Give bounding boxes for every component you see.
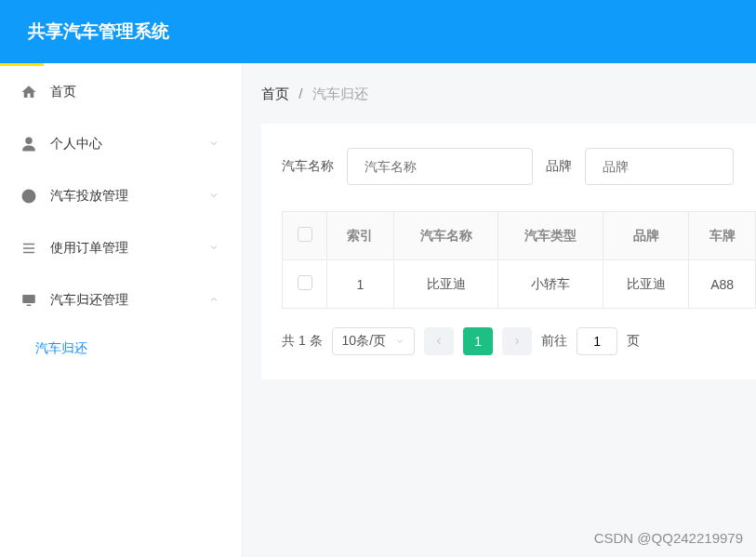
chevron-left-icon: [433, 336, 444, 347]
checkbox-row[interactable]: [298, 275, 312, 290]
pager-size-label: 10条/页: [342, 333, 386, 350]
search-name-input[interactable]: [365, 159, 527, 174]
chevron-down-icon: [208, 241, 219, 256]
header-type: 汽车类型: [498, 212, 603, 260]
search-row: 汽车名称 品牌: [282, 148, 756, 185]
breadcrumb-current: 汽车归还: [312, 86, 368, 101]
sidebar-item-profile[interactable]: 个人中心: [0, 118, 242, 170]
chevron-right-icon: [511, 336, 523, 347]
sidebar-item-label: 使用订单管理: [50, 240, 128, 257]
sidebar-subitem-return[interactable]: 汽车归还: [0, 326, 242, 371]
cell-brand: 比亚迪: [603, 260, 689, 309]
table-header-row: 索引 汽车名称 汽车类型 品牌 车牌: [283, 212, 756, 260]
sidebar-item-label: 汽车投放管理: [50, 188, 128, 205]
header-plate: 车牌: [689, 212, 756, 260]
app-title: 共享汽车管理系统: [28, 20, 169, 44]
user-icon: [20, 136, 37, 153]
breadcrumb-home[interactable]: 首页: [261, 86, 289, 101]
sidebar-subitem-label: 汽车归还: [35, 340, 87, 357]
list-icon: [20, 240, 37, 257]
pager-prev[interactable]: [424, 327, 454, 355]
content: 首页 / 汽车归还 汽车名称 品牌: [243, 63, 756, 557]
pager-page-1[interactable]: 1: [463, 327, 493, 355]
home-icon: [20, 84, 37, 100]
breadcrumb-sep: /: [298, 86, 302, 101]
table-row: 1 比亚迪 小轿车 比亚迪 A88: [283, 260, 756, 309]
pager-total: 共 1 条: [282, 333, 323, 350]
header: 共享汽车管理系统: [0, 0, 756, 63]
checkbox-all[interactable]: [298, 227, 312, 242]
sidebar-item-orders[interactable]: 使用订单管理: [0, 222, 242, 274]
cell-type: 小轿车: [498, 260, 603, 309]
panel: 汽车名称 品牌 索引 汽车名称 汽车类型: [261, 124, 756, 379]
sidebar-item-home[interactable]: 首页: [0, 66, 242, 118]
svg-rect-6: [27, 305, 32, 307]
pager-size-select[interactable]: 10条/页: [332, 327, 415, 355]
header-checkbox-cell: [283, 212, 327, 260]
header-name: 汽车名称: [393, 212, 498, 260]
svg-rect-5: [22, 295, 35, 303]
pager-goto-input[interactable]: [577, 327, 617, 355]
monitor-icon: [20, 292, 37, 309]
sidebar-item-label: 个人中心: [50, 136, 102, 153]
sidebar-item-label: 首页: [50, 84, 76, 100]
cell-index: 1: [327, 260, 394, 309]
cell-plate: A88: [689, 260, 756, 309]
search-name-wrap[interactable]: [347, 148, 533, 185]
row-checkbox-cell: [283, 260, 327, 309]
main: 首页 个人中心 汽车投放管理 使用订单管理 汽车归还管理 汽车归还 首页: [0, 63, 756, 557]
search-brand-wrap[interactable]: [585, 148, 734, 185]
header-brand: 品牌: [603, 212, 689, 260]
sidebar-item-return[interactable]: 汽车归还管理: [0, 274, 242, 326]
chevron-down-icon: [395, 337, 405, 346]
watermark: CSDN @QQ242219979: [594, 530, 743, 546]
breadcrumb: 首页 / 汽车归还: [243, 63, 756, 124]
chevron-up-icon: [208, 293, 219, 308]
pager-goto-post: 页: [627, 333, 640, 350]
search-name-label: 汽车名称: [282, 158, 334, 175]
cell-name: 比亚迪: [393, 260, 498, 309]
data-table: 索引 汽车名称 汽车类型 品牌 车牌 1 比亚迪 小轿车 比亚迪 A88: [282, 211, 756, 309]
chevron-down-icon: [208, 189, 219, 204]
search-brand-label: 品牌: [546, 158, 572, 175]
pager-next[interactable]: [502, 327, 532, 355]
pager-goto-pre: 前往: [541, 333, 567, 350]
sidebar: 首页 个人中心 汽车投放管理 使用订单管理 汽车归还管理 汽车归还: [0, 63, 243, 557]
sidebar-item-deploy[interactable]: 汽车投放管理: [0, 170, 242, 222]
search-brand-input[interactable]: [603, 159, 756, 174]
gauge-icon: [20, 188, 37, 205]
sidebar-item-label: 汽车归还管理: [50, 292, 128, 309]
pagination: 共 1 条 10条/页 1 前往 页: [282, 327, 756, 355]
header-index: 索引: [327, 212, 394, 260]
chevron-down-icon: [208, 137, 219, 152]
